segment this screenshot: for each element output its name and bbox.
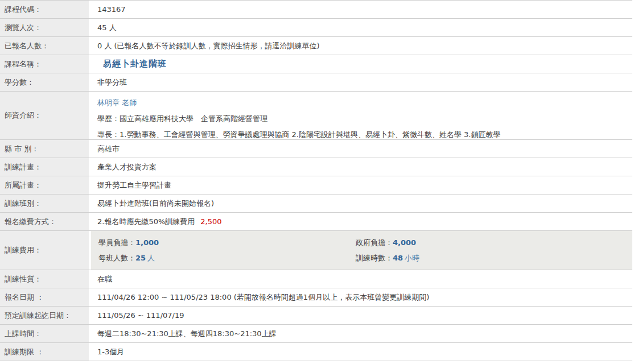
fee-value: 25	[135, 254, 146, 262]
course-code-label: 課程代碼：	[0, 1, 91, 18]
fee-value: 48	[393, 254, 403, 262]
table-row-training-plan: 訓練計畫： 產業人才投資方案	[0, 158, 632, 176]
course-info-table: 課程代碼： 143167 瀏覽人次： 45 人 已報名人數： 0 人 (已報名人…	[0, 0, 632, 361]
training-plan-value: 產業人才投資方案	[91, 158, 632, 176]
table-row-nature: 訓練性質： 在職	[0, 270, 632, 288]
teacher-specialty: 專長：1.勞動事務、工會經營與管理、勞資爭議處理與協商 2.陰陽宅設計與堪輿、易…	[97, 127, 629, 139]
table-row-fees: 訓練費用： 學員負擔：1,000 政府負擔：4,000 每班人數：25人 訓練時…	[0, 231, 632, 270]
teacher-label: 師資介紹：	[0, 92, 91, 139]
fee-value: 1,000	[135, 238, 159, 247]
fees-panel: 學員負擔：1,000 政府負擔：4,000 每班人數：25人 訓練時數：48小時	[91, 231, 632, 270]
class-time-label: 上課時間：	[0, 325, 91, 342]
county-label: 縣 市 別：	[0, 140, 91, 158]
table-row-payment: 報名繳費方式： 2.報名時應先繳50%訓練費用 2,500	[0, 213, 632, 231]
fee-name: 政府負擔：	[356, 238, 393, 247]
fees-label: 訓練費用：	[0, 231, 91, 270]
table-row-views: 瀏覽人次： 45 人	[0, 19, 632, 37]
class-name-value: 易經卜卦進階班(目前尚未開始報名)	[91, 195, 632, 212]
class-time-value: 每週二18:30~21:30上課、每週四18:30~21:30上課	[91, 325, 632, 342]
credits-label: 學分數：	[0, 73, 91, 91]
fee-item-class-size: 每班人數：25人	[98, 253, 356, 263]
nature-value: 在職	[91, 270, 632, 288]
table-row-county: 縣 市 別： 高雄市	[0, 140, 632, 158]
teacher-info: 林明章 老師 學歷：國立高雄應用科技大學 企管系高階經營管理 專長：1.勞動事務…	[91, 92, 632, 139]
table-row-parent-plan: 所屬計畫： 提升勞工自主學習計畫	[0, 176, 632, 195]
views-value: 45 人	[91, 19, 632, 36]
payment-text: 2.報名時應先繳50%訓練費用	[97, 217, 195, 227]
payment-amount: 2,500	[200, 217, 221, 226]
fee-unit: 人	[147, 254, 155, 262]
fee-item-student: 學員負擔：1,000	[98, 238, 356, 248]
table-row-class-name: 訓練班別： 易經卜卦進階班(目前尚未開始報名)	[0, 195, 632, 213]
nature-label: 訓練性質：	[0, 270, 91, 288]
fee-name: 學員負擔：	[98, 238, 135, 247]
table-row-credits: 學分數： 非學分班	[0, 73, 632, 92]
training-date-value: 111/05/26 ~ 111/07/19	[91, 307, 632, 324]
table-row-enrolled: 已報名人數： 0 人 (已報名人數不等於錄訓人數，實際招生情形，請逕洽訓練單位)	[0, 37, 632, 55]
payment-value: 2.報名時應先繳50%訓練費用 2,500	[91, 213, 632, 230]
county-value: 高雄市	[91, 140, 632, 158]
table-row-duration: 訓練期限 ： 1-3個月	[0, 343, 632, 361]
duration-label: 訓練期限 ：	[0, 343, 91, 361]
class-name-label: 訓練班別：	[0, 195, 91, 212]
teacher-education: 學歷：國立高雄應用科技大學 企管系高階經營管理	[97, 111, 629, 127]
fee-name: 訓練時數：	[356, 254, 393, 262]
training-date-label: 預定訓練起訖日期：	[0, 307, 91, 324]
training-plan-label: 訓練計畫：	[0, 158, 91, 176]
views-label: 瀏覽人次：	[0, 19, 91, 36]
teacher-link[interactable]: 林明章 老師	[97, 98, 137, 107]
fee-item-hours: 訓練時數：48小時	[356, 253, 629, 263]
register-date-label: 報名日期 ：	[0, 288, 91, 306]
fee-unit: 小時	[405, 254, 419, 262]
payment-label: 報名繳費方式：	[0, 213, 91, 230]
table-row-register-date: 報名日期 ： 111/04/26 12:00 ~ 111/05/23 18:00…	[0, 288, 632, 307]
enrolled-label: 已報名人數：	[0, 37, 91, 55]
course-code-value: 143167	[91, 1, 632, 18]
parent-plan-value: 提升勞工自主學習計畫	[91, 176, 632, 194]
table-row-course-code: 課程代碼： 143167	[0, 1, 632, 19]
table-row-teacher: 師資介紹： 林明章 老師 學歷：國立高雄應用科技大學 企管系高階經營管理 專長：…	[0, 92, 632, 140]
course-name-label: 課程名稱：	[0, 55, 91, 73]
register-date-value: 111/04/26 12:00 ~ 111/05/23 18:00 (若開放報名…	[91, 288, 632, 306]
fee-value: 4,000	[393, 238, 416, 247]
parent-plan-label: 所屬計畫：	[0, 176, 91, 194]
fee-name: 每班人數：	[98, 254, 135, 262]
course-name-value: 易經卜卦進階班	[91, 55, 632, 73]
fee-item-government: 政府負擔：4,000	[356, 238, 629, 248]
table-row-training-date: 預定訓練起訖日期： 111/05/26 ~ 111/07/19	[0, 307, 632, 325]
enrolled-value: 0 人 (已報名人數不等於錄訓人數，實際招生情形，請逕洽訓練單位)	[91, 37, 632, 55]
table-row-course-name: 課程名稱： 易經卜卦進階班	[0, 55, 632, 73]
duration-value: 1-3個月	[91, 343, 632, 361]
table-row-class-time: 上課時間： 每週二18:30~21:30上課、每週四18:30~21:30上課	[0, 325, 632, 343]
credits-value: 非學分班	[91, 73, 632, 91]
